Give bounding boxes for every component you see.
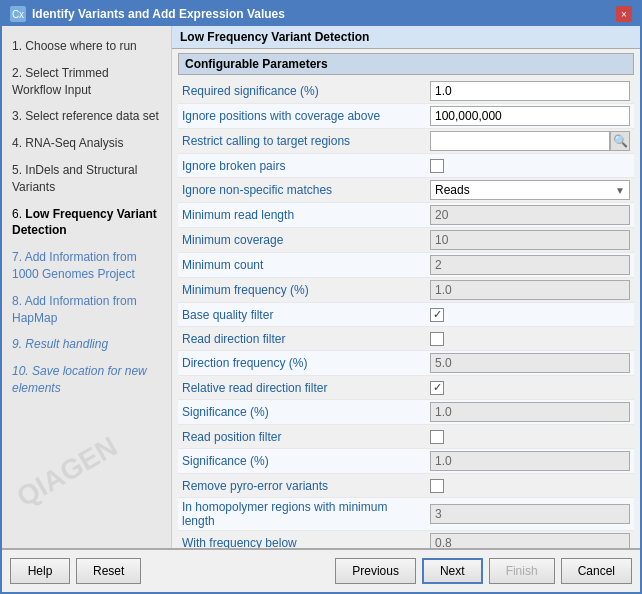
param-value-18 [430,533,630,548]
param-checkbox-14[interactable] [430,430,444,444]
param-input-8 [430,280,630,300]
param-checkbox-9[interactable] [430,308,444,322]
bottom-bar: Help Reset Previous Next Finish Cancel [2,548,640,592]
param-input-15 [430,451,630,471]
sidebar-item-step2[interactable]: 2. Select Trimmed Workflow Input [8,61,165,103]
next-button[interactable]: Next [422,558,483,584]
param-input-13 [430,402,630,422]
sidebar-item-step8[interactable]: 8. Add Information from HapMap [8,289,165,331]
param-browse-2: 🔍 [430,131,630,151]
param-label-17: In homopolymer regions with minimum leng… [182,500,430,528]
param-value-7 [430,255,630,275]
sidebar: QIAGEN 1. Choose where to run2. Select T… [2,26,172,548]
param-row-14: Read position filter [178,425,634,449]
param-label-5: Minimum read length [182,208,430,222]
panel-header: Low Frequency Variant Detection [172,26,640,49]
sidebar-item-step10[interactable]: 10. Save location for new elements [8,359,165,401]
window-title: Identify Variants and Add Expression Val… [32,7,610,21]
param-row-3: Ignore broken pairs [178,154,634,178]
param-value-14 [430,430,630,444]
param-row-6: Minimum coverage [178,228,634,253]
param-value-12 [430,381,630,395]
finish-button[interactable]: Finish [489,558,555,584]
param-row-8: Minimum frequency (%) [178,278,634,303]
param-label-15: Significance (%) [182,454,430,468]
sidebar-item-step1[interactable]: 1. Choose where to run [8,34,165,59]
param-row-17: In homopolymer regions with minimum leng… [178,498,634,531]
param-label-13: Significance (%) [182,405,430,419]
param-input-0[interactable] [430,81,630,101]
param-input-18 [430,533,630,548]
help-button[interactable]: Help [10,558,70,584]
sidebar-item-step4[interactable]: 4. RNA-Seq Analysis [8,131,165,156]
reset-button[interactable]: Reset [76,558,141,584]
param-checkbox-16[interactable] [430,479,444,493]
param-label-10: Read direction filter [182,332,430,346]
params-container: Configurable Parameters Required signifi… [172,49,640,548]
param-value-1 [430,106,630,126]
param-label-2: Restrict calling to target regions [182,134,430,148]
param-value-15 [430,451,630,471]
param-input-17 [430,504,630,524]
close-button[interactable]: × [616,6,632,22]
param-label-11: Direction frequency (%) [182,356,430,370]
param-label-8: Minimum frequency (%) [182,283,430,297]
param-row-18: With frequency below [178,531,634,548]
sidebar-item-step9[interactable]: 9. Result handling [8,332,165,357]
param-label-4: Ignore non-specific matches [182,183,430,197]
param-row-9: Base quality filter [178,303,634,327]
param-row-12: Relative read direction filter [178,376,634,400]
param-row-15: Significance (%) [178,449,634,474]
sidebar-item-step6[interactable]: 6. Low Frequency Variant Detection [8,202,165,244]
param-value-17 [430,504,630,524]
param-label-6: Minimum coverage [182,233,430,247]
param-row-13: Significance (%) [178,400,634,425]
watermark-text: QIAGEN [11,431,123,514]
param-row-7: Minimum count [178,253,634,278]
content-area: QIAGEN 1. Choose where to run2. Select T… [2,26,640,548]
param-row-11: Direction frequency (%) [178,351,634,376]
bottom-left-buttons: Help Reset [10,558,141,584]
param-input-5 [430,205,630,225]
sidebar-item-step7[interactable]: 7. Add Information from 1000 Genomes Pro… [8,245,165,287]
param-row-16: Remove pyro-error variants [178,474,634,498]
param-value-0 [430,81,630,101]
param-value-10 [430,332,630,346]
param-checkbox-12[interactable] [430,381,444,395]
params-header: Configurable Parameters [178,53,634,75]
param-checkbox-10[interactable] [430,332,444,346]
sidebar-item-step5[interactable]: 5. InDels and Structural Variants [8,158,165,200]
params-rows: Required significance (%) Ignore positio… [178,79,634,548]
param-value-4: Reads▼ [430,180,630,200]
cancel-button[interactable]: Cancel [561,558,632,584]
param-label-12: Relative read direction filter [182,381,430,395]
param-value-16 [430,479,630,493]
param-row-2: Restrict calling to target regions 🔍 [178,129,634,154]
param-value-8 [430,280,630,300]
param-row-10: Read direction filter [178,327,634,351]
param-row-4: Ignore non-specific matches Reads▼ [178,178,634,203]
bottom-right-buttons: Previous Next Finish Cancel [335,558,632,584]
app-icon: Cx [10,6,26,22]
param-value-13 [430,402,630,422]
param-checkbox-3[interactable] [430,159,444,173]
param-input-6 [430,230,630,250]
param-value-6 [430,230,630,250]
param-label-9: Base quality filter [182,308,430,322]
param-input-1[interactable] [430,106,630,126]
param-label-1: Ignore positions with coverage above [182,109,430,123]
browse-button-2[interactable]: 🔍 [610,131,630,151]
param-value-9 [430,308,630,322]
param-value-2: 🔍 [430,131,630,151]
main-panel: Low Frequency Variant Detection Configur… [172,26,640,548]
param-label-14: Read position filter [182,430,430,444]
param-select-4[interactable]: Reads▼ [430,180,630,200]
param-value-3 [430,159,630,173]
param-input-2[interactable] [430,131,610,151]
param-label-16: Remove pyro-error variants [182,479,430,493]
param-value-11 [430,353,630,373]
param-label-7: Minimum count [182,258,430,272]
param-input-7 [430,255,630,275]
previous-button[interactable]: Previous [335,558,416,584]
sidebar-item-step3[interactable]: 3. Select reference data set [8,104,165,129]
